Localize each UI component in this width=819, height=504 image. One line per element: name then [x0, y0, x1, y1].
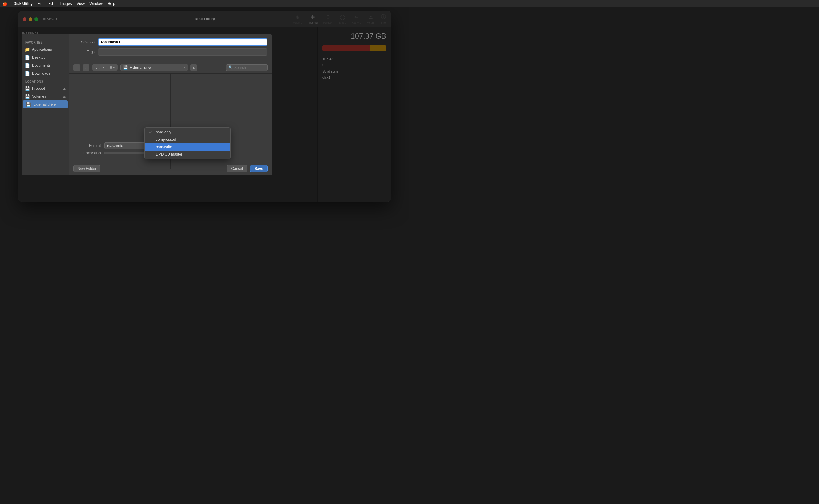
dropdown-read-write-label: read/write [156, 145, 172, 149]
new-folder-button[interactable]: New Folder [73, 165, 100, 172]
column-view-icon: ⋮⋮ [95, 65, 101, 69]
desktop-folder-icon: 📄 [25, 55, 30, 60]
grid-view-button[interactable]: ⊞ ▾ [107, 65, 117, 70]
expand-button[interactable]: ▲ [190, 64, 197, 71]
dialog-locations-label: Locations [22, 77, 69, 85]
tags-row: Tags: [74, 48, 267, 56]
column-view-button[interactable]: ⋮⋮ ▾ [92, 65, 107, 70]
column-view-chevron: ▾ [102, 65, 104, 69]
checkmark-icon: ✓ [149, 130, 153, 134]
save-button[interactable]: Save [250, 165, 268, 172]
disk-utility-window: ⊞ View ▾ + − Disk Utility ⊕ Volume ✚ Fir… [18, 11, 391, 202]
dialog-toolbar: ‹ › ⋮⋮ ▾ ⊞ ▾ 💾 External drive ▾ [69, 61, 272, 74]
dialog-sidebar-documents-text: Documents [32, 63, 51, 68]
dialog-sidebar-preboot-text: Preboot [32, 86, 45, 91]
menubar-help[interactable]: Help [108, 2, 115, 6]
menubar-disk-utility[interactable]: Disk Utility [14, 2, 33, 6]
format-label: Format: [74, 144, 102, 148]
dialog-sidebar-documents[interactable]: 📄 Documents [22, 61, 69, 69]
dialog-sidebar-downloads[interactable]: 📄 Downloads [22, 69, 69, 77]
save-as-input[interactable] [98, 38, 267, 46]
location-selector[interactable]: 💾 External drive ▾ [120, 64, 188, 71]
search-icon: 🔍 [228, 65, 233, 69]
tags-input[interactable] [98, 48, 267, 56]
location-arrow-icon: ▾ [183, 66, 185, 69]
location-text: External drive [130, 65, 182, 70]
dialog-sidebar-applications-text: Applications [32, 47, 52, 52]
dropdown-read-only-label: read-only [156, 130, 171, 134]
grid-view-chevron: ▾ [113, 65, 115, 69]
format-dropdown-menu: ✓ read-only compressed read/write DVD/CD… [144, 127, 230, 159]
dialog-sidebar-desktop[interactable]: 📄 Desktop [22, 53, 69, 61]
dialog-sidebar: Favorites 📁 Applications 📄 Desktop 📄 Doc… [22, 34, 69, 175]
volumes-drive-icon: 💾 [25, 94, 30, 99]
dropdown-dvd-cd-label: DVD/CD master [156, 152, 182, 156]
cancel-button[interactable]: Cancel [227, 165, 247, 172]
menubar-window[interactable]: Window [89, 2, 103, 6]
dialog-sidebar-preboot[interactable]: 💾 Preboot ⏏ [22, 85, 69, 93]
preboot-eject-icon[interactable]: ⏏ [63, 87, 66, 90]
dialog-sidebar-external-drive[interactable]: 💾 External drive [23, 100, 68, 108]
location-drive-icon: 💾 [123, 65, 128, 70]
encryption-label: Encryption: [74, 151, 102, 155]
dialog-overlay: Favorites 📁 Applications 📄 Desktop 📄 Doc… [18, 11, 391, 202]
dialog-favorites-label: Favorites [22, 38, 69, 45]
save-as-row: Save As: [74, 38, 267, 46]
dialog-sidebar-desktop-text: Desktop [32, 55, 45, 60]
search-bar: 🔍 [226, 64, 268, 71]
search-input[interactable] [234, 65, 265, 70]
dialog-sidebar-volumes[interactable]: 💾 Volumes ⏏ [22, 93, 69, 100]
grid-view-icon: ⊞ [109, 65, 112, 69]
dropdown-item-dvd-cd[interactable]: DVD/CD master [145, 151, 230, 158]
save-as-label: Save As: [74, 40, 96, 44]
menubar-view[interactable]: View [77, 2, 85, 6]
dropdown-item-compressed[interactable]: compressed [145, 136, 230, 143]
volumes-eject-icon[interactable]: ⏏ [63, 95, 66, 98]
forward-button[interactable]: › [83, 64, 89, 71]
menubar: 🍎 Disk Utility File Edit Images View Win… [0, 0, 410, 7]
applications-folder-icon: 📁 [25, 47, 30, 52]
menubar-images[interactable]: Images [60, 2, 72, 6]
tags-label: Tags: [74, 50, 96, 54]
external-drive-icon: 💾 [26, 102, 31, 107]
format-value: read/write [107, 144, 123, 148]
dialog-sidebar-volumes-text: Volumes [32, 94, 46, 99]
dialog-sidebar-external-text: External drive [33, 102, 56, 107]
apple-menu[interactable]: 🍎 [2, 2, 7, 6]
downloads-folder-icon: 📄 [25, 71, 30, 76]
dropdown-item-read-write[interactable]: read/write [145, 143, 230, 151]
dialog-sidebar-downloads-text: Downloads [32, 71, 50, 76]
back-button[interactable]: ‹ [73, 64, 80, 71]
dialog-footer: New Folder Cancel Save [69, 162, 272, 175]
dropdown-item-read-only[interactable]: ✓ read-only [145, 128, 230, 136]
view-toggle: ⋮⋮ ▾ ⊞ ▾ [92, 64, 118, 71]
dropdown-compressed-label: compressed [156, 137, 176, 142]
dialog-sidebar-applications[interactable]: 📁 Applications [22, 45, 69, 53]
menubar-edit[interactable]: Edit [48, 2, 55, 6]
documents-folder-icon: 📄 [25, 63, 30, 68]
dialog-header: Save As: Tags: [69, 34, 272, 61]
preboot-drive-icon: 💾 [25, 86, 30, 91]
menubar-file[interactable]: File [37, 2, 43, 6]
